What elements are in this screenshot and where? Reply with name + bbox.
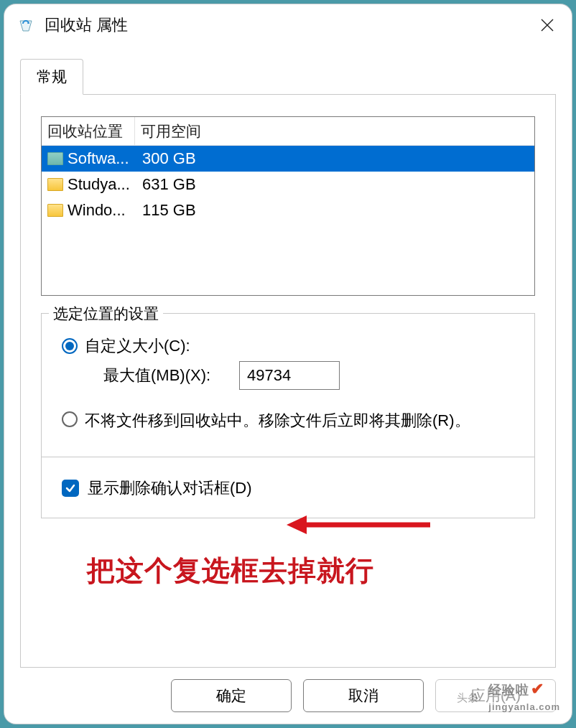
settings-group: 选定位置的设置 自定义大小(C): 最大值(MB)(X): 49734 不将文件…	[41, 313, 535, 518]
max-size-input[interactable]: 49734	[239, 361, 340, 390]
svg-marker-3	[287, 515, 307, 534]
folder-icon	[47, 204, 63, 217]
radio-label: 自定义大小(C):	[85, 335, 190, 357]
titlebar: 回收站 属性	[4, 4, 572, 46]
group-title: 选定位置的设置	[49, 304, 163, 324]
tab-content: 回收站位置 可用空间 Softwa... 300 GB Studya... 63…	[20, 95, 556, 668]
row-name: Softwa...	[68, 149, 135, 168]
radio-icon	[62, 338, 78, 354]
checkbox-confirm-delete[interactable]: 显示删除确认对话框(D)	[62, 477, 519, 499]
cancel-button[interactable]: 取消	[303, 679, 424, 712]
list-row[interactable]: Studya... 631 GB	[42, 172, 534, 197]
dialog-button-row: 确定 取消 应用(A)	[4, 668, 572, 724]
radio-icon	[62, 411, 78, 427]
checkbox-label: 显示删除确认对话框(D)	[88, 477, 252, 499]
col-header-location[interactable]: 回收站位置	[42, 117, 135, 146]
tab-general[interactable]: 常规	[20, 59, 83, 95]
radio-dont-move[interactable]: 不将文件移到回收站中。移除文件后立即将其删除(R)。	[62, 409, 519, 432]
drive-list[interactable]: 回收站位置 可用空间 Softwa... 300 GB Studya... 63…	[41, 116, 535, 296]
list-row[interactable]: Windo... 115 GB	[42, 197, 534, 223]
recycle-bin-icon	[17, 17, 34, 34]
folder-icon	[47, 152, 63, 165]
row-name: Studya...	[68, 175, 135, 194]
max-size-label: 最大值(MB)(X):	[103, 365, 210, 386]
folder-icon	[47, 178, 63, 191]
list-row[interactable]: Softwa... 300 GB	[42, 146, 534, 172]
close-icon	[541, 19, 554, 32]
watermark: 经验啦✔ jingyanla.com	[488, 680, 560, 714]
watermark-brand: 经验啦	[488, 683, 529, 697]
row-space: 300 GB	[135, 149, 196, 168]
close-button[interactable]	[531, 9, 563, 41]
dialog-recycle-bin-properties: 回收站 属性 常规 回收站位置 可用空间 Softwa... 300 GB	[4, 4, 572, 724]
row-space: 631 GB	[135, 175, 196, 194]
row-name: Windo...	[68, 201, 135, 220]
annotation-caption: 把这个复选框去掉就行	[87, 551, 374, 590]
annotation-arrow-icon	[287, 507, 430, 543]
divider	[42, 457, 534, 457]
radio-label: 不将文件移到回收站中。移除文件后立即将其删除(R)。	[85, 409, 470, 432]
col-header-space[interactable]: 可用空间	[135, 117, 534, 146]
row-space: 115 GB	[135, 201, 196, 220]
max-size-row: 最大值(MB)(X): 49734	[103, 361, 519, 390]
ok-button[interactable]: 确定	[171, 679, 292, 712]
tab-strip: 常规	[20, 59, 556, 95]
watermark-site: jingyanla.com	[488, 701, 560, 712]
radio-custom-size[interactable]: 自定义大小(C):	[62, 335, 519, 357]
list-header: 回收站位置 可用空间	[42, 117, 534, 146]
checkbox-icon	[62, 480, 79, 497]
watermark-prefix: 头条	[457, 691, 478, 705]
window-title: 回收站 属性	[45, 14, 531, 36]
